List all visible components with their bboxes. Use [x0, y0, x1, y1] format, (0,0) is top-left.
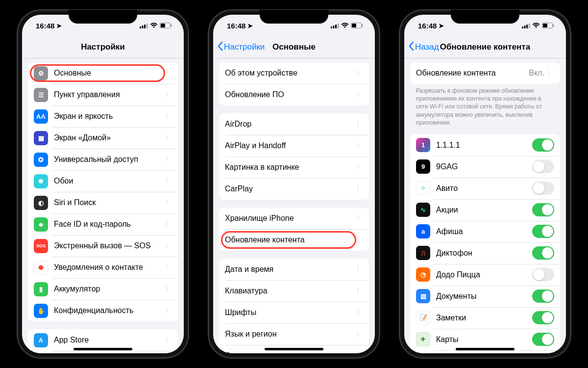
- chevron-right-icon: 〉: [165, 90, 172, 99]
- location-arrow-icon: ➤: [439, 22, 444, 29]
- settings-row-accessibility[interactable]: ✪Универсальный доступ〉: [28, 149, 178, 170]
- back-button[interactable]: Назад: [408, 41, 439, 53]
- settings-row-display[interactable]: AAЭкран и яркость〉: [28, 105, 178, 127]
- row-label: Дата и время: [225, 265, 356, 274]
- settings-row-general[interactable]: ⚙︎Основные〉: [28, 62, 178, 84]
- notch: [69, 10, 137, 24]
- home-indicator[interactable]: [265, 348, 323, 350]
- toggle-1111[interactable]: [532, 138, 554, 152]
- app-label: 1.1.1.1: [436, 141, 532, 150]
- app-row-books: 📖Книги: [410, 350, 560, 353]
- chevron-right-icon: 〉: [356, 330, 363, 339]
- general-row-airplay[interactable]: AirPlay и Handoff〉: [219, 135, 369, 157]
- settings-row-sos[interactable]: SOSЭкстренный вызов — SOS〉: [28, 235, 178, 257]
- chevron-right-icon: 〉: [165, 112, 172, 121]
- chevron-right-icon: 〉: [356, 120, 363, 129]
- general-row-software-update[interactable]: Обновление ПО〉: [219, 84, 369, 105]
- settings-row-wallpaper[interactable]: ❋Обои〉: [28, 170, 178, 192]
- toggle-afisha[interactable]: [532, 225, 554, 238]
- master-label: Обновление контента: [416, 69, 529, 78]
- chevron-right-icon: 〉: [356, 308, 363, 317]
- phone-2: 16:48 ➤ Настройки Основные Об этом устро…: [208, 10, 380, 358]
- page-title: Основные: [272, 42, 316, 52]
- general-row-about[interactable]: Об этом устройстве〉: [219, 62, 369, 84]
- nav-bar-3: Назад Обновление контента: [404, 36, 566, 58]
- chevron-right-icon: 〉: [356, 184, 363, 193]
- svg-rect-3: [147, 24, 148, 28]
- row-label: Обновление ПО: [225, 90, 356, 99]
- chevron-right-icon: 〉: [165, 263, 172, 272]
- chevron-right-icon: 〉: [165, 177, 172, 185]
- app-label: 9GAG: [436, 162, 532, 171]
- app-row-avito: ⁘Авито: [410, 178, 560, 199]
- toggle-stocks[interactable]: [532, 203, 554, 216]
- settings-row-faceid[interactable]: ☻Face ID и код-пароль〉: [28, 213, 178, 235]
- control-center-icon: ☰: [34, 88, 48, 102]
- screen-1: 16:48 ➤ Настройки ⚙︎Основные〉☰Пункт упра…: [22, 15, 184, 353]
- notch: [451, 10, 519, 24]
- row-label: Экстренный вызов — SOS: [54, 241, 165, 250]
- chevron-right-icon: 〉: [356, 90, 363, 99]
- chevron-right-icon: 〉: [356, 287, 363, 295]
- settings-row-privacy[interactable]: ✋Конфиденциальность〉: [28, 300, 178, 321]
- privacy-icon: ✋: [34, 304, 48, 318]
- svg-rect-15: [524, 26, 526, 28]
- section-footer: Разрешать в фоновом режиме обновление пр…: [404, 84, 566, 127]
- svg-rect-0: [140, 26, 141, 28]
- back-button[interactable]: Настройки: [217, 41, 265, 53]
- toggle-notes[interactable]: [532, 311, 554, 324]
- row-label: Словарь: [225, 351, 356, 353]
- toggle-voice[interactable]: [532, 246, 554, 260]
- settings-row-battery[interactable]: ▮Аккумулятор〉: [28, 278, 178, 300]
- row-label: Пункт управления: [54, 90, 165, 99]
- general-row-datetime[interactable]: Дата и время〉: [219, 259, 369, 280]
- general-row-pip[interactable]: Картинка в картинке〉: [219, 157, 369, 178]
- general-row-background-refresh[interactable]: Обновление контента〉: [219, 229, 369, 251]
- settings-row-control-center[interactable]: ☰Пункт управления〉: [28, 84, 178, 105]
- status-time: 16:48: [418, 22, 437, 30]
- settings-row-wallet[interactable]: ▭Wallet и Apple Pay〉: [28, 351, 178, 353]
- general-row-storage[interactable]: Хранилище iPhone〉: [219, 208, 369, 229]
- svg-rect-10: [338, 24, 339, 28]
- background-refresh-list[interactable]: Обновление контента Вкл. 〉 Разрешать в ф…: [404, 58, 566, 353]
- chevron-left-icon: [408, 41, 414, 53]
- home-indicator[interactable]: [74, 348, 132, 350]
- signal-icon: [522, 22, 530, 30]
- svg-rect-6: [171, 24, 172, 26]
- toggle-dodo[interactable]: [532, 268, 554, 281]
- toggle-9gag[interactable]: [532, 160, 554, 173]
- general-row-language[interactable]: Язык и регион〉: [219, 323, 369, 345]
- nav-bar-1: Настройки: [22, 36, 184, 58]
- settings-row-siri[interactable]: ◐Siri и Поиск〉: [28, 192, 178, 213]
- toggle-avito[interactable]: [532, 182, 554, 195]
- toggle-docs[interactable]: [532, 289, 554, 303]
- master-toggle-row[interactable]: Обновление контента Вкл. 〉: [410, 62, 560, 84]
- battery-icon: [542, 22, 554, 30]
- general-row-keyboard[interactable]: Клавиатура〉: [219, 280, 369, 302]
- app-label: Заметки: [436, 314, 532, 322]
- general-row-fonts[interactable]: Шрифты〉: [219, 302, 369, 323]
- row-label: Siri и Поиск: [54, 198, 165, 207]
- afisha-icon: a: [416, 224, 430, 238]
- maps-icon: ✈︎: [416, 332, 430, 346]
- home-indicator[interactable]: [456, 348, 514, 350]
- general-row-carplay[interactable]: CarPlay〉: [219, 178, 369, 200]
- row-label: Обновление контента: [225, 236, 356, 244]
- row-label: Об этом устройстве: [225, 69, 356, 78]
- avito-icon: ⁘: [416, 181, 430, 195]
- settings-row-home[interactable]: ▦Экран «Домой»〉: [28, 127, 178, 149]
- svg-rect-13: [362, 24, 363, 26]
- notch: [260, 10, 328, 24]
- settings-list[interactable]: ⚙︎Основные〉☰Пункт управления〉AAЭкран и я…: [22, 58, 184, 353]
- row-label: Обои: [54, 177, 165, 185]
- general-list[interactable]: Об этом устройстве〉Обновление ПО〉AirDrop…: [213, 58, 375, 353]
- chevron-right-icon: 〉: [547, 69, 554, 78]
- general-row-airdrop[interactable]: AirDrop〉: [219, 113, 369, 135]
- row-label: Основные: [54, 69, 165, 78]
- svg-rect-17: [529, 24, 530, 28]
- chevron-right-icon: 〉: [165, 241, 172, 250]
- app-label: Авито: [436, 184, 532, 193]
- settings-row-exposure[interactable]: ✺Уведомления о контакте〉: [28, 257, 178, 278]
- toggle-maps[interactable]: [532, 333, 554, 346]
- row-label: Хранилище iPhone: [225, 214, 356, 223]
